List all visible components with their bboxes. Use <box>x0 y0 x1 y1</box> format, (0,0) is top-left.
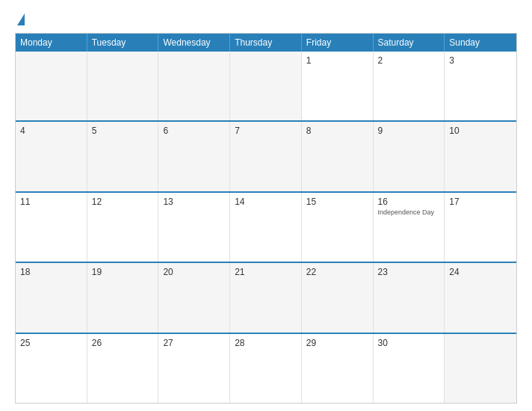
calendar-cell: 25 <box>16 334 87 403</box>
calendar-cell: 24 <box>445 263 516 332</box>
day-header-sunday: Sunday <box>445 34 516 52</box>
calendar-cell: 13 <box>158 193 230 262</box>
calendar-cell: 10 <box>445 122 516 191</box>
cell-number: 13 <box>163 197 225 207</box>
calendar-cell: 7 <box>230 122 302 191</box>
calendar-cell: 14 <box>230 193 302 262</box>
cell-number: 28 <box>235 338 297 348</box>
cell-number: 24 <box>449 267 512 277</box>
day-header-saturday: Saturday <box>374 34 445 52</box>
logo-triangle-icon <box>17 13 25 25</box>
calendar-cell: 29 <box>302 334 374 403</box>
cell-number: 23 <box>378 267 440 277</box>
calendar-cell: 18 <box>16 263 87 332</box>
calendar-cell: 27 <box>158 334 230 403</box>
cell-number: 17 <box>449 197 512 207</box>
cell-number: 18 <box>20 267 82 277</box>
calendar-cell: 26 <box>87 334 159 403</box>
calendar-cell: 30 <box>374 334 445 403</box>
calendar-cell <box>16 52 87 120</box>
day-header-monday: Monday <box>16 34 87 52</box>
calendar-cell: 20 <box>158 263 230 332</box>
calendar-body: 12345678910111213141516Independence Day1… <box>16 52 516 403</box>
calendar-cell: 12 <box>87 193 159 262</box>
calendar-cell <box>87 52 159 120</box>
week-row-2: 45678910 <box>16 120 516 191</box>
cell-number: 3 <box>449 55 512 66</box>
cell-number: 16 <box>378 197 440 207</box>
cell-number: 15 <box>306 197 368 207</box>
cell-number: 5 <box>92 126 154 136</box>
cell-number: 12 <box>92 197 154 207</box>
calendar-cell: 28 <box>230 334 302 403</box>
calendar-cell <box>158 52 230 120</box>
calendar-cell: 11 <box>16 193 87 262</box>
cell-number: 8 <box>306 126 368 136</box>
calendar-cell: 23 <box>374 263 445 332</box>
calendar-cell: 22 <box>302 263 374 332</box>
cell-number: 25 <box>20 338 82 348</box>
cell-number: 19 <box>92 267 154 277</box>
calendar-cell <box>230 52 302 120</box>
cell-number: 7 <box>235 126 297 136</box>
cell-number: 10 <box>449 126 512 136</box>
cell-number: 27 <box>163 338 225 348</box>
days-header: MondayTuesdayWednesdayThursdayFridaySatu… <box>16 34 516 52</box>
calendar-cell: 6 <box>158 122 230 191</box>
logo <box>15 13 25 27</box>
header <box>15 13 517 27</box>
week-row-3: 111213141516Independence Day17 <box>16 191 516 262</box>
calendar-cell: 4 <box>16 122 87 191</box>
day-header-friday: Friday <box>302 34 374 52</box>
day-header-tuesday: Tuesday <box>87 34 159 52</box>
cell-event: Independence Day <box>378 208 440 217</box>
cell-number: 11 <box>20 197 82 207</box>
calendar-cell: 1 <box>302 52 374 120</box>
cell-number: 14 <box>235 197 297 207</box>
calendar-page: MondayTuesdayWednesdayThursdayFridaySatu… <box>0 0 532 411</box>
calendar-cell: 8 <box>302 122 374 191</box>
cell-number: 9 <box>378 126 440 136</box>
cell-number: 1 <box>306 55 368 66</box>
cell-number: 29 <box>306 338 368 348</box>
cell-number: 6 <box>163 126 225 136</box>
cell-number: 22 <box>306 267 368 277</box>
cell-number: 20 <box>163 267 225 277</box>
cell-number: 21 <box>235 267 297 277</box>
calendar-cell: 2 <box>374 52 445 120</box>
week-row-1: 123 <box>16 52 516 120</box>
calendar-cell: 21 <box>230 263 302 332</box>
day-header-thursday: Thursday <box>230 34 302 52</box>
week-row-4: 18192021222324 <box>16 262 516 332</box>
calendar-cell: 3 <box>445 52 516 120</box>
calendar-cell: 16Independence Day <box>374 193 445 262</box>
calendar-cell: 5 <box>87 122 159 191</box>
cell-number: 2 <box>378 55 440 66</box>
calendar-cell: 15 <box>302 193 374 262</box>
calendar-cell <box>445 334 516 403</box>
calendar-cell: 19 <box>87 263 159 332</box>
week-row-5: 252627282930 <box>16 333 516 403</box>
cell-number: 30 <box>378 338 440 348</box>
calendar-cell: 17 <box>445 193 516 262</box>
cell-number: 4 <box>20 126 82 136</box>
cell-number: 26 <box>92 338 154 348</box>
calendar-grid: MondayTuesdayWednesdayThursdayFridaySatu… <box>15 33 517 404</box>
calendar-cell: 9 <box>374 122 445 191</box>
day-header-wednesday: Wednesday <box>158 34 230 52</box>
